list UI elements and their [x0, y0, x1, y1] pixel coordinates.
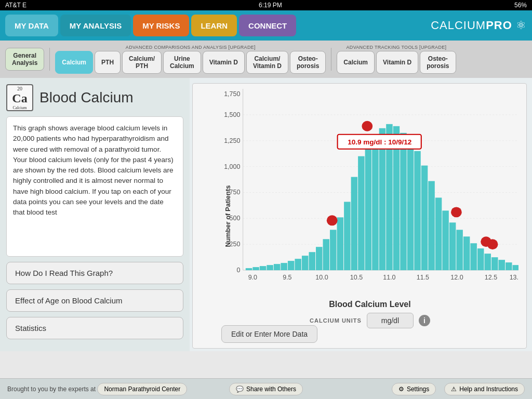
settings-label: Settings	[407, 385, 429, 393]
svg-rect-24	[302, 256, 308, 270]
svg-rect-16	[246, 268, 252, 270]
svg-rect-41	[421, 166, 428, 270]
element-symbol-box: 20 Ca Calcium	[6, 84, 33, 111]
svg-rect-22	[288, 261, 294, 270]
svg-text:1,500: 1,500	[224, 111, 240, 118]
svg-text:13.0: 13.0	[510, 274, 518, 281]
norman-parathyroid-button[interactable]: Norman Parathyroid Center	[97, 383, 187, 395]
tab-calcium-vitamin-d[interactable]: Calcium/Vitamin D	[246, 51, 288, 74]
svg-point-70	[487, 239, 498, 249]
svg-text:10.0: 10.0	[315, 274, 328, 281]
svg-rect-40	[414, 151, 420, 270]
chart-panel: Number of Patients 0 250 500 750 1,000	[190, 78, 532, 351]
nav-my-analysis[interactable]: MY ANALYSIS	[60, 15, 131, 36]
svg-rect-49	[477, 248, 484, 270]
svg-rect-53	[506, 262, 512, 270]
tab-pth[interactable]: PTH	[95, 51, 121, 74]
tab-tracking-vitamin-d[interactable]: Vitamin D	[376, 51, 418, 74]
svg-text:0: 0	[236, 267, 240, 274]
help-button[interactable]: ⚠ Help and Instructions	[444, 383, 525, 395]
share-button[interactable]: 💬 Share with Others	[229, 383, 303, 395]
top-nav: MY DATA MY ANALYSIS MY RISKS LEARN CONNE…	[0, 10, 532, 41]
svg-point-64	[327, 215, 338, 225]
logo-bold: PRO	[486, 19, 512, 32]
svg-rect-35	[379, 128, 385, 270]
statistics-button[interactable]: Statistics	[6, 317, 183, 339]
svg-rect-42	[428, 181, 434, 271]
tab-vitamin-d[interactable]: Vitamin D	[203, 51, 245, 74]
carrier-text: AT&T E	[5, 2, 26, 9]
svg-rect-28	[330, 230, 336, 270]
svg-rect-32	[358, 156, 364, 270]
info-icon[interactable]: i	[419, 315, 430, 326]
svg-rect-34	[372, 136, 378, 270]
advanced-tabs-group: ADVANCED COMPARISONS AND ANALYSIS [UPGRA…	[55, 45, 326, 74]
svg-rect-29	[337, 217, 343, 270]
svg-rect-30	[344, 202, 350, 270]
svg-point-68	[451, 207, 462, 217]
svg-rect-47	[463, 236, 470, 270]
nav-connect[interactable]: CONNECT	[239, 15, 296, 36]
share-label: Share with Others	[246, 385, 296, 393]
svg-rect-17	[252, 267, 259, 270]
bottom-center-group: 💬 Share with Others	[229, 383, 303, 395]
svg-rect-25	[309, 252, 315, 270]
units-value[interactable]: mg/dl	[367, 313, 414, 328]
share-icon: 💬	[236, 385, 244, 393]
svg-rect-48	[470, 243, 476, 270]
svg-text:1,000: 1,000	[224, 163, 240, 170]
settings-button[interactable]: ⚙ Settings	[392, 383, 436, 395]
time-text: 6:19 PM	[259, 2, 282, 9]
tab-tracking-osteoporosis[interactable]: Osteo-porosis	[420, 51, 456, 74]
tabs-row: GeneralAnalysis ADVANCED COMPARISONS AND…	[0, 41, 532, 78]
tab-calcium-pth[interactable]: Calcium/PTH	[122, 51, 162, 74]
nav-learn[interactable]: LEARN	[191, 15, 237, 36]
svg-text:9.0: 9.0	[248, 274, 258, 281]
tracking-tabs-group: ADVANCED TRACKING TOOLS [UPGRADE] Calciu…	[337, 45, 456, 74]
tab-osteoporosis[interactable]: Osteo-porosis	[290, 51, 326, 74]
tab-urine-calcium[interactable]: UrineCalcium	[163, 51, 201, 74]
bottom-bar: Brought to you by the experts at Norman …	[0, 378, 532, 399]
svg-rect-31	[351, 177, 357, 271]
advanced-tabs-label: ADVANCED COMPARISONS AND ANALYSIS [UPGRA…	[55, 45, 326, 50]
svg-text:12.0: 12.0	[450, 274, 463, 281]
tab-divider-2	[331, 48, 331, 71]
nav-my-data[interactable]: MY DATA	[5, 15, 58, 36]
svg-text:11.0: 11.0	[383, 274, 395, 281]
svg-rect-26	[316, 247, 322, 270]
settings-icon: ⚙	[398, 385, 404, 393]
units-label: CALCIUM UNITS	[310, 317, 362, 324]
status-bar: AT&T E 6:19 PM 56%	[0, 0, 532, 10]
svg-rect-39	[407, 141, 414, 270]
nav-my-risks[interactable]: MY RISKS	[133, 15, 189, 36]
svg-rect-27	[323, 239, 329, 270]
tab-calcium[interactable]: Calcium	[55, 51, 93, 74]
app-logo: CALCIUMPRO ⚛	[431, 19, 527, 32]
how-to-read-button[interactable]: How Do I Read This Graph?	[6, 262, 183, 284]
svg-rect-23	[295, 259, 301, 270]
svg-rect-38	[400, 133, 406, 270]
svg-text:1,750: 1,750	[224, 90, 240, 98]
left-panel: 20 Ca Calcium Blood Calcium This graph s…	[0, 78, 190, 351]
svg-rect-43	[435, 197, 442, 270]
svg-text:500: 500	[230, 215, 241, 222]
svg-rect-50	[484, 254, 490, 270]
edit-data-button[interactable]: Edit or Enter More Data	[221, 325, 317, 343]
svg-rect-21	[281, 263, 287, 270]
help-icon: ⚠	[451, 385, 457, 393]
tab-divider-1	[49, 48, 50, 71]
age-effect-button[interactable]: Effect of Age on Blood Calcium	[6, 289, 183, 312]
chart-container: Number of Patients 0 250 500 750 1,000	[192, 83, 527, 349]
svg-rect-45	[449, 222, 456, 270]
histogram-chart: 0 250 500 750 1,000 1,250 1,500 1,750	[221, 89, 518, 291]
svg-text:1,250: 1,250	[224, 137, 240, 144]
tab-tracking-calcium[interactable]: Calcium	[337, 51, 375, 74]
bottom-right-group: ⚙ Settings ⚠ Help and Instructions	[392, 383, 525, 395]
svg-text:9.5: 9.5	[283, 274, 292, 281]
advanced-tabs-buttons: Calcium PTH Calcium/PTH UrineCalcium Vit…	[55, 51, 326, 74]
element-number: 20	[17, 86, 22, 91]
main-content: 20 Ca Calcium Blood Calcium This graph s…	[0, 78, 532, 351]
tab-general-analysis[interactable]: GeneralAnalysis	[5, 48, 44, 71]
tracking-tabs-buttons: Calcium Vitamin D Osteo-porosis	[337, 51, 456, 74]
battery-text: 56%	[514, 2, 527, 9]
